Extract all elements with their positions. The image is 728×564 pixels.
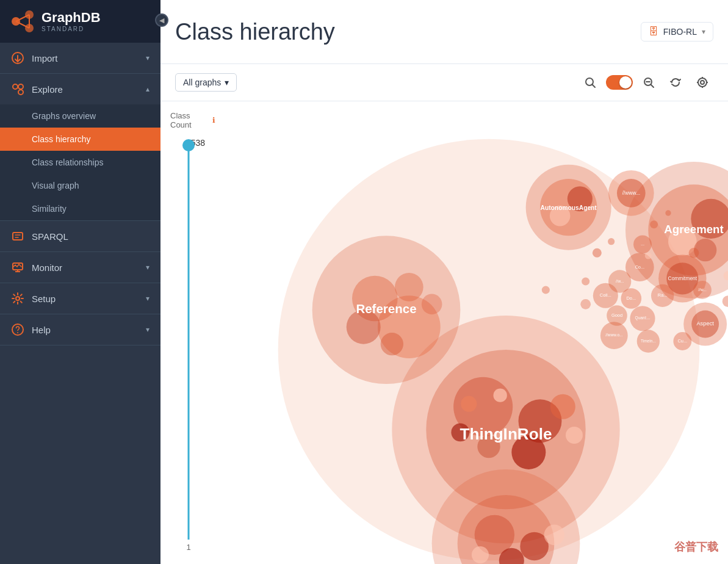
reference-inner5[interactable] <box>381 333 403 355</box>
sparql-icon <box>11 230 24 243</box>
page-title: Class hierarchy <box>175 19 702 45</box>
sidebar-item-visual-graph[interactable]: Visual graph <box>0 174 160 197</box>
setup-chevron: ▾ <box>146 294 150 303</box>
aspect-label: Aspect <box>696 320 714 327</box>
timeln-label: Timeln... <box>641 339 656 343</box>
all-graphs-label: All graphs <box>183 78 221 87</box>
explore-label: Explore <box>32 84 139 95</box>
nav-setup-section: Setup ▾ <box>0 283 160 314</box>
import-label: Import <box>32 53 139 63</box>
dots-label: ... <box>641 241 644 247</box>
explore-chevron: ▴ <box>146 85 150 93</box>
class-count-label: Class Count ℹ <box>170 111 215 129</box>
bubble-inner6[interactable] <box>550 394 575 419</box>
explore-icon <box>11 82 24 96</box>
reset-view-button[interactable] <box>691 71 713 93</box>
dot3 <box>650 220 658 228</box>
bottom-inner5[interactable] <box>544 525 565 546</box>
reference-label: Reference <box>356 302 416 316</box>
bottom-inner4[interactable] <box>472 546 489 563</box>
sidebar-item-class-relationships[interactable]: Class relationships <box>0 151 160 174</box>
app-edition: STANDARD <box>41 26 101 32</box>
good-label: Good <box>611 313 622 318</box>
bubble-inner7[interactable] <box>461 396 477 412</box>
w2-label: //w... <box>616 279 624 283</box>
svg-line-19 <box>593 85 596 88</box>
sidebar-collapse-button[interactable]: ◀ <box>155 13 168 27</box>
coll-label: Coll... <box>600 292 611 298</box>
dot6 <box>582 277 589 285</box>
nav-import-section: Import ▾ <box>0 43 160 74</box>
topbar: Class hierarchy ℹ 🗄 FIBO-RL ▾ <box>160 0 728 64</box>
explore-submenu: Graphs overview Class hierarchy Class re… <box>0 104 160 220</box>
dot5 <box>645 252 652 259</box>
svg-point-24 <box>701 81 704 84</box>
main-content: Class hierarchy ℹ 🗄 FIBO-RL ▾ All graphs… <box>160 0 728 564</box>
count-slider-handle[interactable] <box>182 139 195 151</box>
commitment-label: Commitment <box>668 275 697 281</box>
all-graphs-button[interactable]: All graphs ▾ <box>175 73 237 92</box>
do-label: Do... <box>626 295 636 301</box>
graphdb-logo-icon <box>10 9 35 34</box>
reference-inner6[interactable] <box>422 294 442 315</box>
svg-point-23 <box>698 78 707 87</box>
refresh-button[interactable] <box>665 71 687 93</box>
sidebar-item-graphs-overview[interactable]: Graphs overview <box>0 104 160 128</box>
class-count-slider[interactable]: 1538 1 <box>170 139 207 552</box>
zoom-out-button[interactable] <box>638 71 660 93</box>
sidebar-item-help[interactable]: Help ▾ <box>0 314 160 345</box>
class-count-panel: Class Count ℹ 1538 1 <box>160 101 215 564</box>
setup-icon <box>11 292 24 305</box>
nav-monitor-section: Monitor ▾ <box>0 252 160 283</box>
graph-canvas[interactable]: ThingInRole Reference <box>215 101 728 564</box>
reference-inner4[interactable] <box>395 273 423 302</box>
toggle-button[interactable] <box>606 75 633 90</box>
bubble-inner8[interactable] <box>493 388 506 402</box>
search-button[interactable] <box>579 71 601 93</box>
thinginrole-label: ThingInRole <box>460 425 552 443</box>
agreement-label: Agreement <box>664 223 723 236</box>
sidebar-item-monitor[interactable]: Monitor ▾ <box>0 252 160 283</box>
dot9 <box>689 248 699 258</box>
dot8 <box>542 286 550 294</box>
nav-explore-section: Explore ▴ Graphs overview Class hierarch… <box>0 74 160 221</box>
topbar-right: 🗄 FIBO-RL ▾ <box>641 22 713 42</box>
repo-chevron: ▾ <box>702 27 705 36</box>
visualization-area: Class Count ℹ 1538 1 <box>160 101 728 564</box>
zoom-out-icon <box>643 76 655 89</box>
sidebar-item-similarity[interactable]: Similarity <box>0 197 160 220</box>
import-chevron: ▾ <box>146 54 150 62</box>
quant-label: Quant:... <box>635 316 651 320</box>
sidebar-item-sparql[interactable]: SPARQL <box>0 221 160 251</box>
svg-point-15 <box>16 297 20 300</box>
help-label: Help <box>32 325 139 335</box>
sidebar: GraphDB STANDARD ◀ Import ▾ Explore ▴ <box>0 0 160 564</box>
svg-line-22 <box>651 85 654 88</box>
www1-label: //www... <box>622 190 640 196</box>
refresh-icon <box>669 76 682 89</box>
logo-area: GraphDB STANDARD <box>0 0 160 43</box>
setup-label: Setup <box>32 294 139 304</box>
nav-sparql-section: SPARQL <box>0 221 160 252</box>
monitor-chevron: ▾ <box>146 263 150 272</box>
sparql-label: SPARQL <box>32 231 150 242</box>
sidebar-item-setup[interactable]: Setup ▾ <box>0 283 160 314</box>
dot7 <box>580 299 591 309</box>
svg-point-17 <box>17 332 18 333</box>
import-icon <box>11 51 24 65</box>
svg-point-9 <box>18 84 23 89</box>
nav-help-section: Help ▾ <box>0 314 160 345</box>
repo-selector[interactable]: 🗄 FIBO-RL ▾ <box>641 22 713 42</box>
viz-toolbar: All graphs ▾ <box>160 64 728 101</box>
search-icon <box>584 76 596 89</box>
sidebar-item-class-hierarchy[interactable]: Class hierarchy <box>0 128 160 151</box>
sidebar-item-explore[interactable]: Explore ▴ <box>0 74 160 104</box>
monitor-label: Monitor <box>32 262 139 273</box>
ra-label: Ra... <box>658 292 668 298</box>
bubble-inner9[interactable] <box>566 427 583 444</box>
all-graphs-chevron: ▾ <box>225 78 229 87</box>
co-label: Co... <box>635 264 644 270</box>
svg-point-7 <box>13 84 18 89</box>
reset-icon <box>696 76 708 89</box>
sidebar-item-import[interactable]: Import ▾ <box>0 43 160 73</box>
